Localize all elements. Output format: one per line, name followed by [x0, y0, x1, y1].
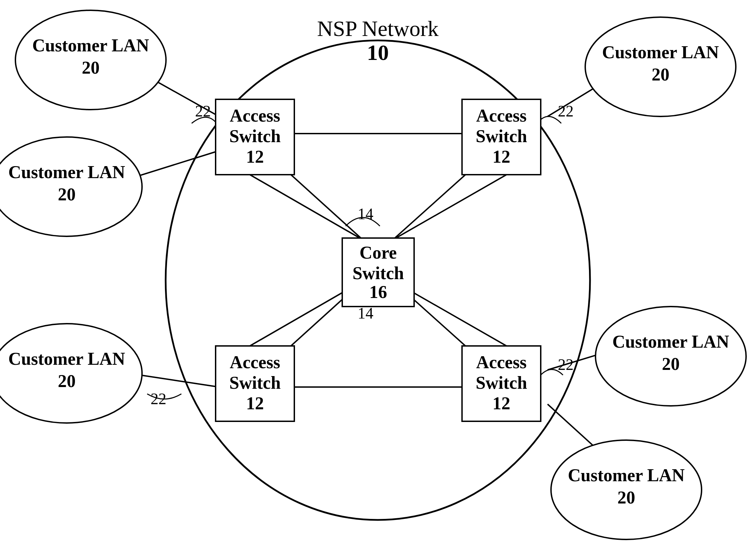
- svg-line-4: [393, 175, 507, 240]
- access-switch-tl-number: 12: [246, 147, 264, 166]
- customer-lan-bl-number: 20: [58, 371, 76, 391]
- customer-lan-br-lower-number: 20: [617, 488, 635, 507]
- customer-lan-bl-label1: Customer LAN: [8, 349, 125, 369]
- access-switch-bl-label1: Access: [230, 352, 280, 372]
- access-switch-br-label1: Access: [476, 352, 526, 372]
- access-switch-br-label2: Switch: [476, 373, 527, 393]
- access-switch-tl-label1: Access: [230, 106, 280, 125]
- customer-lan-tl-lower-number: 20: [58, 185, 76, 204]
- core-switch-label1: Core: [360, 243, 397, 262]
- edge-label-22-tr: 22: [558, 102, 574, 120]
- svg-line-3: [393, 175, 465, 240]
- access-switch-tr-number: 12: [492, 147, 510, 166]
- customer-lan-tr-number: 20: [652, 65, 669, 84]
- customer-lan-br-upper-number: 20: [662, 354, 680, 374]
- access-switch-tr-label1: Access: [476, 106, 526, 125]
- customer-lan-br-upper-label1: Customer LAN: [612, 332, 729, 351]
- customer-lan-tl-lower-label1: Customer LAN: [8, 162, 125, 182]
- access-switch-br-number: 12: [492, 394, 510, 413]
- nsp-network-label: NSP Network: [317, 16, 439, 41]
- customer-lan-tl-upper-number: 20: [82, 58, 100, 77]
- access-switch-tr-label2: Switch: [476, 126, 527, 146]
- customer-lan-tr-label1: Customer LAN: [602, 42, 719, 62]
- core-switch-label2: Switch: [353, 263, 404, 283]
- nsp-network-number: 10: [367, 40, 389, 65]
- access-switch-bl-label2: Switch: [229, 373, 281, 393]
- customer-lan-tl-upper-label1: Customer LAN: [32, 36, 149, 55]
- core-switch-number: 16: [369, 282, 387, 302]
- edge-label-22-br: 22: [558, 356, 574, 373]
- svg-line-1: [291, 175, 363, 240]
- customer-lan-br-lower-label1: Customer LAN: [568, 465, 684, 485]
- access-switch-bl-number: 12: [246, 394, 264, 413]
- svg-line-2: [250, 175, 363, 240]
- access-switch-tl-label2: Switch: [229, 126, 281, 146]
